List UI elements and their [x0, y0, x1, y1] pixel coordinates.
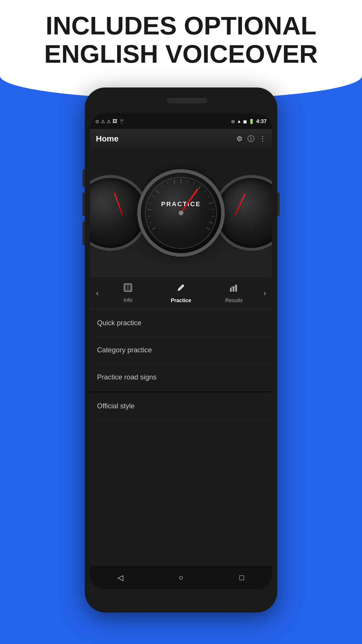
status-warning2-icon: ⚠	[107, 119, 111, 124]
status-bar: ⊙ ⚠ ⚠ 🖼 📱 ⊖ ▲ ◼ 🔋 4:37	[90, 114, 272, 129]
toolbar-title: Home	[96, 134, 236, 144]
phone-volume-down-button	[82, 192, 85, 216]
nav-home-icon: ○	[179, 573, 183, 582]
speedometer-area: PRACTICE	[90, 149, 272, 277]
status-chrome-icon: ⊙	[95, 119, 99, 124]
banner-line1: INCLUDES OPTIONAL	[46, 11, 317, 40]
svg-line-15	[208, 196, 210, 198]
svg-line-9	[174, 180, 175, 184]
menu-items: Quick practice Category practice Practic…	[90, 309, 272, 420]
svg-line-5	[152, 196, 154, 198]
svg-line-4	[149, 202, 152, 203]
status-image-icon: 🖼	[113, 119, 117, 124]
dial-main: PRACTICE	[137, 169, 225, 257]
svg-line-17	[212, 209, 214, 210]
svg-line-13	[198, 186, 201, 189]
settings-icon[interactable]: ⚙	[236, 135, 243, 143]
info-icon[interactable]: ⓘ	[247, 134, 254, 144]
svg-line-7	[161, 186, 163, 188]
status-phone-icon: 📱	[119, 119, 125, 124]
tab-arrow-left[interactable]: ‹	[93, 286, 101, 301]
status-wifi-icon: ▲	[237, 119, 241, 124]
tab-practice[interactable]: Practice	[154, 282, 208, 304]
svg-line-18	[212, 216, 214, 216]
phone-volume-up-button	[82, 169, 85, 187]
phone-camera-button	[82, 222, 85, 245]
menu-item-quick-practice[interactable]: Quick practice	[90, 309, 272, 337]
svg-line-19	[209, 222, 213, 223]
tab-practice-label: Practice	[171, 298, 191, 304]
dial-container: PRACTICE	[90, 149, 272, 277]
phone-screen: ⊙ ⚠ ⚠ 🖼 📱 ⊖ ▲ ◼ 🔋 4:37 Home ⚙ ⓘ ⋮	[90, 114, 272, 589]
tab-info-label: Info	[124, 297, 132, 303]
nav-recents-button[interactable]: □	[233, 569, 250, 586]
menu-item-practice-road-signs[interactable]: Practice road signs	[90, 364, 272, 391]
dial-left-needle	[114, 193, 123, 215]
nav-home-button[interactable]: ○	[172, 569, 190, 586]
phone-frame: ⊙ ⚠ ⚠ 🖼 📱 ⊖ ▲ ◼ 🔋 4:37 Home ⚙ ⓘ ⋮	[85, 88, 277, 612]
dial-label: PRACTICE	[161, 200, 201, 208]
app-toolbar: Home ⚙ ⓘ ⋮	[90, 129, 272, 149]
svg-line-11	[187, 180, 188, 183]
nav-back-button[interactable]: ◁	[112, 569, 129, 586]
status-warning1-icon: ⚠	[101, 119, 105, 124]
svg-line-16	[209, 202, 213, 204]
svg-line-3	[148, 209, 152, 210]
tab-navigation: ‹ Info Practice	[90, 277, 272, 309]
menu-item-official-style[interactable]: Official style	[90, 393, 272, 420]
toolbar-icons: ⚙ ⓘ ⋮	[236, 134, 266, 144]
tab-results[interactable]: Results	[208, 282, 261, 304]
svg-line-8	[167, 182, 168, 185]
svg-line-0	[152, 228, 155, 230]
tab-results-label: Results	[225, 298, 243, 304]
results-tab-icon	[229, 282, 239, 295]
phone-power-button	[277, 192, 280, 216]
menu-item-category-practice[interactable]: Category practice	[90, 337, 272, 364]
svg-line-6	[156, 190, 159, 193]
status-time: 4:37	[256, 118, 267, 125]
phone-speaker	[166, 98, 207, 104]
tab-info[interactable]: Info	[101, 283, 154, 303]
svg-line-1	[149, 223, 152, 223]
info-tab-icon	[123, 283, 133, 295]
status-battery-icon: 🔋	[249, 119, 254, 124]
dial-center-dot	[178, 210, 184, 216]
banner-line2: ENGLISH VOICEOVER	[44, 39, 318, 68]
more-options-icon[interactable]: ⋮	[259, 135, 266, 143]
tab-arrow-right[interactable]: ›	[261, 286, 269, 301]
status-icons-right: ⊖ ▲ ◼ 🔋 4:37	[231, 118, 267, 125]
nav-recents-icon: □	[239, 573, 244, 582]
svg-line-2	[148, 216, 150, 216]
svg-line-20	[207, 228, 210, 230]
svg-line-12	[194, 182, 195, 185]
dial-right-needle	[235, 194, 246, 215]
practice-tab-icon	[176, 282, 186, 295]
svg-line-14	[204, 190, 206, 192]
banner-text: INCLUDES OPTIONAL ENGLISH VOICEOVER	[0, 12, 362, 68]
nav-bar: ◁ ○ □	[90, 566, 272, 589]
nav-back-icon: ◁	[117, 573, 123, 582]
status-icons-left: ⊙ ⚠ ⚠ 🖼 📱	[95, 119, 125, 124]
status-minus-icon: ⊖	[231, 119, 235, 124]
status-signal-icon: ◼	[243, 119, 247, 124]
